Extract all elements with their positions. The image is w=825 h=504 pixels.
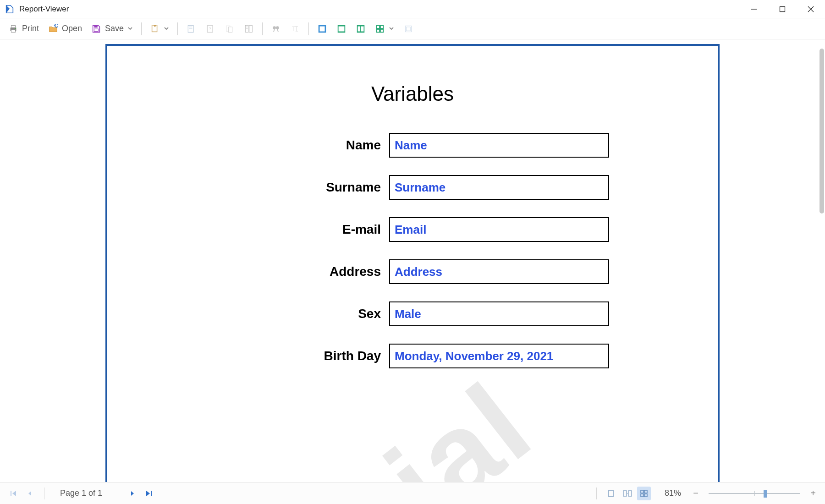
svg-text:T: T: [292, 25, 296, 32]
chevron-down-icon: [164, 25, 169, 33]
zoom-slider-thumb[interactable]: [764, 490, 767, 498]
bookmarks-button[interactable]: [221, 21, 238, 37]
toolbar-separator: [177, 22, 178, 35]
field-label: Sex: [216, 307, 381, 321]
svg-text:?: ?: [209, 26, 211, 31]
field-value: Address: [389, 259, 609, 284]
svg-rect-49: [609, 490, 613, 497]
window-title: Report-Viewer: [19, 5, 69, 14]
app-icon: [5, 4, 15, 14]
maximize-button[interactable]: [768, 0, 797, 18]
field-value: Email: [389, 217, 609, 242]
print-icon: [8, 24, 18, 34]
watermark: Trial: [268, 356, 556, 482]
find-icon: [271, 24, 281, 34]
svg-rect-34: [358, 26, 361, 31]
resources-icon: ?: [205, 24, 215, 34]
svg-rect-42: [407, 27, 410, 30]
svg-rect-8: [94, 25, 97, 27]
save-button[interactable]: Save: [88, 21, 137, 37]
page-setup-button[interactable]: [146, 21, 173, 37]
report-viewport[interactable]: Trial Variables Name Name Surname Surnam…: [0, 39, 825, 482]
parameters-button[interactable]: [182, 21, 200, 37]
print-button[interactable]: Print: [5, 21, 43, 37]
find-button[interactable]: [267, 21, 285, 37]
zoom-in-button[interactable]: +: [808, 488, 819, 499]
zoom-slider[interactable]: [709, 489, 800, 498]
multi-pages-button[interactable]: [371, 21, 398, 37]
svg-rect-1: [780, 6, 785, 11]
full-page-button[interactable]: [314, 21, 331, 37]
svg-point-23: [273, 26, 276, 29]
next-page-button[interactable]: [126, 487, 139, 500]
svg-rect-6: [11, 29, 15, 32]
svg-rect-20: [249, 25, 253, 32]
two-pages-button[interactable]: [352, 21, 369, 37]
field-label: Address: [216, 264, 381, 279]
chevron-down-icon: [389, 25, 394, 33]
svg-rect-54: [644, 490, 647, 493]
svg-marker-46: [131, 491, 134, 496]
statusbar-separator: [44, 488, 44, 499]
field-row-address: Address Address: [216, 259, 609, 284]
svg-rect-56: [644, 494, 647, 497]
close-button[interactable]: [797, 0, 825, 18]
open-button[interactable]: Open: [44, 21, 86, 37]
svg-rect-11: [188, 25, 193, 32]
save-label: Save: [105, 24, 124, 33]
svg-rect-5: [11, 25, 15, 27]
dot-matrix-icon: [403, 24, 413, 34]
view-single-button[interactable]: [604, 487, 618, 500]
resources-button[interactable]: ?: [202, 21, 219, 37]
open-icon: [48, 24, 58, 34]
svg-rect-18: [229, 27, 232, 32]
report-title: Variables: [107, 82, 718, 105]
svg-rect-32: [339, 26, 345, 31]
prev-page-button[interactable]: [23, 487, 37, 500]
svg-rect-53: [641, 490, 644, 493]
minimize-button[interactable]: [740, 0, 768, 18]
toolbar-separator: [262, 22, 263, 35]
svg-point-24: [276, 26, 279, 29]
first-page-button[interactable]: [6, 487, 20, 500]
editor-button[interactable]: T: [286, 21, 304, 37]
view-multiple-button[interactable]: [637, 487, 651, 500]
field-value: Surname: [389, 175, 609, 200]
toolbar: Print Open Save ? T: [0, 18, 825, 39]
dot-matrix-button[interactable]: [400, 21, 417, 37]
field-row-name: Name Name: [216, 133, 609, 158]
field-value: Name: [389, 133, 609, 158]
field-value: Male: [389, 301, 609, 326]
svg-rect-55: [641, 494, 644, 497]
titlebar: Report-Viewer: [0, 0, 825, 18]
page-width-button[interactable]: [333, 21, 350, 37]
print-label: Print: [22, 24, 39, 33]
svg-marker-45: [28, 491, 31, 496]
chevron-down-icon: [127, 25, 133, 33]
field-label: Name: [216, 138, 381, 153]
field-label: E-mail: [216, 222, 381, 237]
view-continuous-button[interactable]: [621, 487, 634, 500]
field-row-sex: Sex Male: [216, 301, 609, 326]
vertical-scrollbar[interactable]: [820, 49, 824, 214]
zoom-label: 81%: [665, 488, 681, 498]
field-label: Birth Day: [216, 349, 381, 363]
svg-rect-30: [320, 26, 325, 31]
toolbar-separator: [141, 22, 142, 35]
svg-rect-39: [377, 29, 380, 32]
svg-point-7: [15, 28, 16, 29]
field-label: Surname: [216, 180, 381, 195]
svg-rect-48: [151, 491, 152, 496]
svg-rect-35: [361, 26, 364, 31]
multi-pages-icon: [375, 24, 385, 34]
zoom-out-button[interactable]: −: [690, 488, 701, 499]
thumbnails-button[interactable]: [240, 21, 258, 37]
two-pages-icon: [356, 24, 366, 34]
page-setup-icon: [150, 24, 160, 34]
bookmarks-icon: [225, 24, 235, 34]
report-page: Trial Variables Name Name Surname Surnam…: [105, 44, 720, 482]
svg-rect-41: [405, 26, 411, 32]
svg-rect-40: [381, 29, 383, 32]
svg-marker-44: [12, 491, 16, 496]
last-page-button[interactable]: [142, 487, 156, 500]
